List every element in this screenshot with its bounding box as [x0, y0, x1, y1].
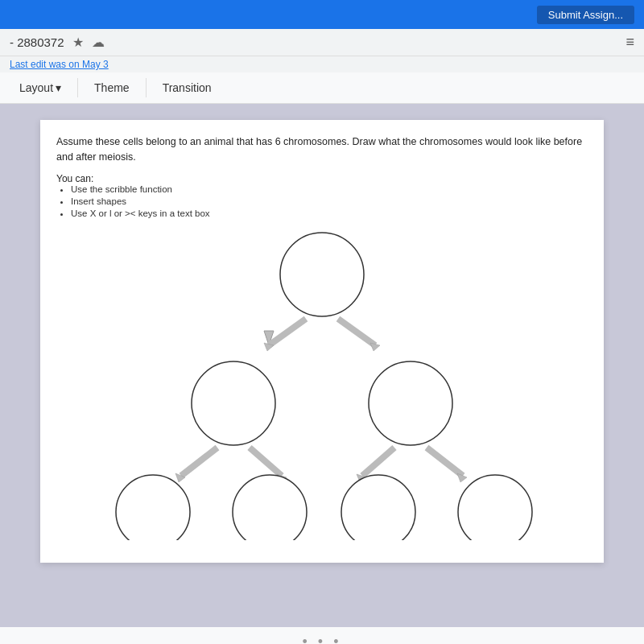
top-bar: Submit Assign... [0, 0, 644, 29]
arrow-line-right-1 [338, 319, 375, 345]
arrow-line-left-1 [269, 319, 306, 345]
arrow-line-bot-right-1 [362, 448, 394, 476]
diagram-svg [56, 226, 588, 540]
mid-left-circle [192, 361, 275, 445]
instruction-item-3: Use X or l or >< keys in a text box [71, 208, 588, 218]
arrow-line-bot-right-2 [427, 448, 463, 476]
last-edit-text: Last edit was on May 3 [10, 59, 109, 70]
toolbar: Layout ▾ Theme Transition [0, 72, 644, 104]
arrow-line-bot-left-1 [181, 448, 217, 476]
toolbar-divider-1 [77, 78, 78, 97]
mid-right-circle [369, 361, 452, 445]
instruction-item-1: Use the scribble function [71, 184, 588, 194]
theme-label: Theme [94, 81, 130, 94]
bot-circle-4 [458, 475, 532, 540]
bottom-dots: • • • [0, 627, 644, 644]
instruction-text: Assume these cells belong to an animal t… [56, 134, 588, 165]
layout-button[interactable]: Layout ▾ [10, 77, 71, 98]
submit-button[interactable]: Submit Assign... [537, 6, 634, 24]
meiosis-diagram [56, 226, 588, 548]
you-can-section: You can: Use the scribble function Inser… [56, 173, 588, 218]
theme-button[interactable]: Theme [85, 77, 139, 98]
bot-circle-3 [341, 475, 415, 540]
layout-dropdown-arrow: ▾ [56, 81, 61, 94]
doc-id: - 2880372 [10, 35, 64, 49]
arrow-line-bot-left-2 [250, 448, 282, 476]
last-edit-bar[interactable]: Last edit was on May 3 [0, 56, 644, 72]
browser-chrome: - 2880372 ★ ☁ ≡ [0, 29, 644, 56]
bot-circle-1 [116, 475, 190, 540]
slide-area: Assume these cells belong to an animal t… [0, 104, 644, 627]
slide: Assume these cells belong to an animal t… [40, 120, 604, 563]
star-icon[interactable]: ★ [72, 35, 84, 50]
cloud-icon[interactable]: ☁ [92, 35, 105, 50]
menu-icon[interactable]: ≡ [625, 34, 634, 51]
transition-label: Transition [163, 81, 212, 94]
transition-button[interactable]: Transition [153, 77, 221, 98]
layout-label: Layout [19, 81, 53, 94]
instruction-item-2: Insert shapes [71, 196, 588, 206]
bot-circle-2 [233, 475, 307, 540]
instructions-list: Use the scribble function Insert shapes … [56, 184, 588, 218]
top-circle [280, 233, 364, 316]
toolbar-divider-2 [146, 78, 147, 97]
you-can-label: You can: [56, 173, 93, 184]
arrowhead-right-1 [370, 343, 380, 351]
